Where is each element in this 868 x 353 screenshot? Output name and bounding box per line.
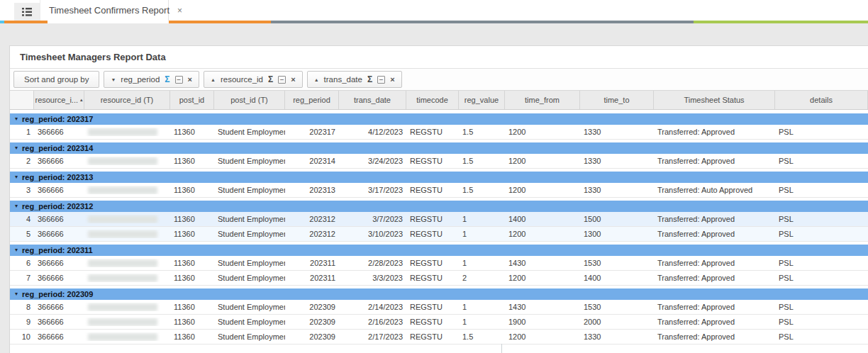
column-header-label: time_from — [525, 96, 560, 104]
group-collapse-icon[interactable]: ▾ — [15, 174, 18, 180]
cell-resource_id: 366666 — [34, 128, 84, 136]
cell-reg_value: 1 — [459, 215, 505, 223]
group-row[interactable]: ▾reg_period: 202312 — [10, 201, 868, 212]
column-header-time_to[interactable]: time_to — [580, 91, 654, 109]
cell-resource_id_t — [84, 332, 170, 342]
cell-status: Transferred: Approved — [654, 215, 775, 223]
cell-num: 4 — [10, 215, 34, 223]
redacted-name — [88, 318, 157, 326]
cell-post_id: 11360 — [170, 157, 214, 165]
cell-reg_period: 202309 — [285, 318, 339, 326]
sum-sigma-icon[interactable]: Σ — [165, 74, 169, 84]
group-row[interactable]: ▾reg_period: 202309 — [10, 288, 868, 300]
collapse-box-icon[interactable]: − — [377, 76, 385, 84]
column-header-post_id_t[interactable]: post_id (T) — [214, 91, 285, 109]
table-row[interactable]: 1036666611360Student Employment, ...2023… — [10, 330, 868, 344]
cell-time_to: 1330 — [580, 186, 654, 194]
cell-post_id: 11360 — [170, 318, 214, 326]
cell-resource_id: 366666 — [34, 303, 84, 311]
collapse-box-icon[interactable]: − — [175, 76, 183, 84]
cell-time_to: 1330 — [580, 332, 654, 341]
cell-timecode: REGSTU — [406, 157, 459, 165]
column-header-post_id[interactable]: post_id — [170, 91, 214, 109]
sort-direction-icon[interactable]: ▲ — [211, 77, 216, 82]
column-header-resource_id_t[interactable]: resource_id (T) — [84, 91, 170, 109]
cell-trans_date: 4/12/2023 — [339, 128, 406, 136]
cell-status: Transferred: Approved — [654, 274, 775, 282]
sort-direction-icon[interactable]: ▼ — [111, 77, 116, 82]
sort-chip-label: reg_period — [121, 75, 160, 84]
sort-chip-label: trans_date — [324, 75, 362, 84]
tab-timesheet-confirmers-report[interactable]: Timesheet Confirmers Report × — [40, 0, 169, 21]
table-row[interactable]: 336666611360Student Employment, ...20231… — [10, 183, 868, 198]
table-row[interactable]: 136666611360Student Employment, ...20231… — [10, 125, 868, 140]
cell-post_id_t: Student Employment, ... — [214, 259, 285, 267]
sum-sigma-icon[interactable]: Σ — [268, 74, 273, 84]
column-header-label: post_id — [179, 96, 204, 104]
sort-and-group-by-button[interactable]: Sort and group by — [13, 71, 99, 88]
table-row[interactable]: 936666611360Student Employment, ...20230… — [10, 315, 868, 330]
column-header-timecode[interactable]: timecode — [406, 91, 459, 109]
table-row[interactable]: 636666611360Student Employment, ...20231… — [10, 256, 868, 271]
cell-time_to: 1300 — [580, 230, 654, 238]
column-header-reg_value[interactable]: reg_value — [459, 91, 505, 109]
remove-sort-icon[interactable]: × — [188, 75, 192, 84]
cell-timecode: REGSTU — [406, 186, 459, 194]
group-collapse-icon[interactable]: ▾ — [15, 116, 18, 122]
cell-num: 3 — [10, 186, 34, 194]
remove-sort-icon[interactable]: × — [291, 75, 295, 84]
sort-chip-label: resource_id — [221, 75, 263, 84]
column-header-reg_period[interactable]: reg_period — [285, 91, 339, 109]
cell-timecode: REGSTU — [406, 128, 459, 136]
cell-time_from: 1430 — [505, 259, 580, 267]
column-header-trans_date[interactable]: trans_date — [339, 91, 406, 109]
sort-chip-trans_date[interactable]: ▲trans_dateΣ−× — [307, 71, 402, 88]
column-header-label: Timesheet Status — [684, 96, 744, 104]
cell-post_id_t: Student Employment, ... — [214, 274, 285, 282]
cell-reg_value: 1.5 — [459, 186, 505, 194]
tab-close-icon[interactable]: × — [177, 6, 182, 15]
column-header-status[interactable]: Timesheet Status — [654, 91, 775, 109]
sum-sigma-icon[interactable]: Σ — [367, 74, 372, 84]
remove-sort-icon[interactable]: × — [390, 75, 394, 84]
cell-time_to: 1530 — [580, 259, 654, 267]
collapse-box-icon[interactable]: − — [278, 76, 286, 84]
cell-resource_id: 366666 — [34, 274, 84, 282]
column-header-num[interactable] — [10, 91, 34, 109]
table-row[interactable]: 836666611360Student Employment, ...20230… — [10, 300, 868, 315]
cell-resource_id_t — [84, 274, 170, 283]
group-collapse-icon[interactable]: ▾ — [15, 203, 18, 209]
group-row[interactable]: ▾reg_period: 202317 — [10, 113, 868, 125]
menu-list-button[interactable] — [14, 3, 40, 21]
sort-direction-icon[interactable]: ▲ — [314, 77, 319, 82]
table-row[interactable]: 536666611360Student Employment, ...20231… — [10, 227, 868, 242]
cell-timecode: REGSTU — [406, 303, 459, 311]
column-header-details[interactable]: details — [775, 91, 868, 109]
cell-trans_date: 3/24/2023 — [339, 157, 406, 165]
cell-details: PSL — [775, 303, 868, 311]
column-header-resource_id[interactable]: resource_i...▴ — [34, 91, 84, 109]
cell-reg_period: 202314 — [285, 157, 339, 165]
cell-trans_date: 2/16/2023 — [339, 318, 406, 326]
cell-details: PSL — [775, 128, 868, 136]
group-row[interactable]: ▾reg_period: 202313 — [10, 172, 868, 183]
redacted-name — [88, 230, 157, 238]
group-collapse-icon[interactable]: ▾ — [15, 247, 18, 253]
column-header-time_from[interactable]: time_from — [505, 91, 580, 109]
group-row[interactable]: ▾reg_period: 202314 — [10, 142, 868, 154]
group-row[interactable]: ▾reg_period: 202311 — [10, 245, 868, 256]
cell-post_id: 11360 — [170, 215, 214, 223]
group-collapse-icon[interactable]: ▾ — [15, 145, 18, 151]
cell-time_to: 2000 — [580, 318, 654, 326]
table-row[interactable]: 736666611360Student Employment, ...20231… — [10, 271, 868, 286]
cell-status: Transferred: Approved — [654, 128, 775, 136]
table-row[interactable]: 236666611360Student Employment, ...20231… — [10, 154, 868, 169]
cell-reg_period: 202309 — [285, 303, 339, 311]
cell-num: 10 — [10, 332, 34, 341]
group-label: reg_period: 202312 — [22, 202, 93, 211]
cell-resource_id: 366666 — [34, 230, 84, 238]
group-collapse-icon[interactable]: ▾ — [15, 291, 18, 297]
table-row[interactable]: 436666611360Student Employment, ...20231… — [10, 212, 868, 227]
sort-chip-resource_id[interactable]: ▲resource_idΣ−× — [204, 71, 303, 88]
sort-chip-reg_period[interactable]: ▼reg_periodΣ−× — [104, 71, 199, 88]
